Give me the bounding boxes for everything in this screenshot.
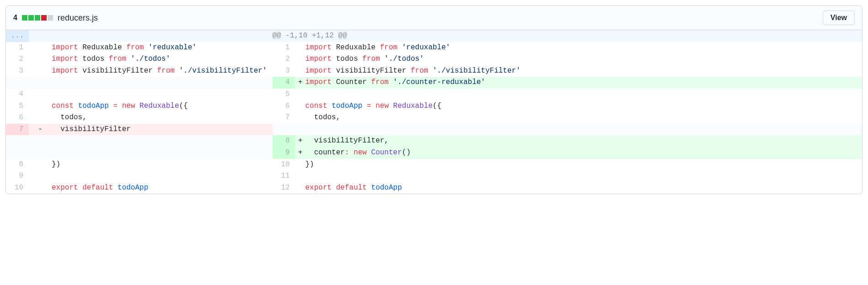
diff-marker-right: [295, 89, 305, 100]
diff-marker-left: [29, 53, 52, 65]
diff-marker-left: -: [29, 124, 52, 136]
line-number-left-old[interactable]: 1: [6, 42, 29, 54]
line-number-right-new[interactable]: 1: [273, 42, 295, 54]
line-number-right-new[interactable]: 12: [273, 182, 295, 194]
line-number-left-old[interactable]: [6, 77, 29, 89]
diff-marker-right: [295, 170, 305, 182]
hunk-text: @@ -1,10 +1,12 @@: [273, 30, 863, 42]
diff-marker-right: [295, 65, 305, 77]
code-left[interactable]: todos,: [52, 112, 273, 124]
code-left[interactable]: import Reduxable from 'reduxable': [52, 42, 273, 54]
code-right[interactable]: counter: new Counter(): [305, 147, 863, 159]
diff-row: 3import visibilityFilter from './visibil…: [6, 65, 862, 77]
diff-marker-left: [29, 159, 52, 171]
line-number-right-new[interactable]: 7: [273, 112, 295, 124]
code-right[interactable]: todos,: [305, 112, 863, 124]
line-number-right-new[interactable]: 4: [273, 77, 295, 89]
filename[interactable]: reducers.js: [58, 13, 98, 23]
diff-marker-left: [29, 65, 52, 77]
line-number-right-new[interactable]: 2: [273, 53, 295, 65]
hunk-num-blank: [29, 30, 52, 42]
line-number-right-new[interactable]: 9: [273, 147, 295, 159]
diff-marker-right: [295, 100, 305, 112]
diffstat-square: [35, 15, 40, 21]
line-number-left-old[interactable]: 5: [6, 100, 29, 112]
code-left[interactable]: [52, 135, 273, 147]
code-left[interactable]: export default todoApp: [52, 182, 273, 194]
line-number-left-old[interactable]: 7: [6, 124, 29, 136]
diff-marker-left: [29, 182, 52, 194]
diff-marker-right: [295, 182, 305, 194]
line-number-left-old[interactable]: 9: [6, 170, 29, 182]
diff-row: 7- visibilityFilter: [6, 124, 862, 136]
code-right[interactable]: import todos from './todos': [305, 53, 863, 65]
line-number-right-new[interactable]: 11: [273, 170, 295, 182]
diff-row: 4+import Counter from './counter-reduxab…: [6, 77, 862, 89]
hunk-marker: [52, 30, 273, 42]
diff-marker-right: [295, 42, 305, 54]
line-number-right-new[interactable]: [273, 124, 295, 136]
line-number-left-old[interactable]: [6, 135, 29, 147]
change-count: 4: [13, 14, 17, 22]
line-number-left-old[interactable]: [6, 147, 29, 159]
line-number-left-old[interactable]: 8: [6, 159, 29, 171]
code-right[interactable]: visibilityFilter,: [305, 135, 863, 147]
line-number-left-old[interactable]: 6: [6, 112, 29, 124]
code-right[interactable]: import Reduxable from 'reduxable': [305, 42, 863, 54]
code-right[interactable]: import visibilityFilter from './visibili…: [305, 65, 863, 77]
code-right[interactable]: [305, 170, 863, 182]
line-number-left-old[interactable]: 2: [6, 53, 29, 65]
line-number-right-new[interactable]: 10: [273, 159, 295, 171]
diff-marker-left: [29, 112, 52, 124]
code-left[interactable]: [52, 170, 273, 182]
diff-marker-right: [295, 124, 305, 136]
diff-row: 9+ counter: new Counter(): [6, 147, 862, 159]
code-left[interactable]: [52, 89, 273, 100]
diff-row: 10export default todoApp12export default…: [6, 182, 862, 194]
diff-marker-right: +: [295, 77, 305, 89]
line-number-left-old[interactable]: 3: [6, 65, 29, 77]
code-left[interactable]: }): [52, 159, 273, 171]
file-header: 4 reducers.js View: [6, 6, 862, 30]
code-right[interactable]: import Counter from './counter-reduxable…: [305, 77, 863, 89]
diff-marker-left: [29, 77, 52, 89]
code-left[interactable]: const todoApp = new Reduxable({: [52, 100, 273, 112]
diff-row: 911: [6, 170, 862, 182]
diff-marker-right: +: [295, 147, 305, 159]
code-right[interactable]: [305, 89, 863, 100]
diff-row: 5const todoApp = new Reduxable({6const t…: [6, 100, 862, 112]
line-number-right-new[interactable]: 3: [273, 65, 295, 77]
diffstat-square: [22, 15, 27, 21]
expand-icon[interactable]: ...: [6, 30, 29, 42]
diff-row: 8+ visibilityFilter,: [6, 135, 862, 147]
line-number-left-old[interactable]: 4: [6, 89, 29, 100]
line-number-left-old[interactable]: 10: [6, 182, 29, 194]
diff-marker-right: +: [295, 135, 305, 147]
code-left[interactable]: visibilityFilter: [52, 124, 273, 136]
code-right[interactable]: [305, 124, 863, 136]
diff-marker-left: [29, 89, 52, 100]
code-right[interactable]: }): [305, 159, 863, 171]
diff-row: 6 todos,7 todos,: [6, 112, 862, 124]
diff-marker-left: [29, 42, 52, 54]
code-left[interactable]: import todos from './todos': [52, 53, 273, 65]
code-right[interactable]: const todoApp = new Reduxable({: [305, 100, 863, 112]
view-button[interactable]: View: [823, 11, 855, 25]
line-number-right-new[interactable]: 8: [273, 135, 295, 147]
code-right[interactable]: export default todoApp: [305, 182, 863, 194]
line-number-right-new[interactable]: 6: [273, 100, 295, 112]
diff-file: 4 reducers.js View ... @@ -1,10 +1,12 @@…: [5, 5, 863, 194]
diff-marker-left: [29, 135, 52, 147]
diffstat-square: [48, 15, 53, 21]
diff-row: 2import todos from './todos'2import todo…: [6, 53, 862, 65]
diff-row: 8})10}): [6, 159, 862, 171]
diff-marker-right: [295, 159, 305, 171]
line-number-right-new[interactable]: 5: [273, 89, 295, 100]
diff-table: ... @@ -1,10 +1,12 @@ 1import Reduxable …: [6, 30, 862, 194]
code-left[interactable]: [52, 77, 273, 89]
diff-row: 1import Reduxable from 'reduxable'1impor…: [6, 42, 862, 54]
file-header-left: 4 reducers.js: [13, 13, 98, 23]
code-left[interactable]: import visibilityFilter from './visibili…: [52, 65, 273, 77]
code-left[interactable]: [52, 147, 273, 159]
diff-row: 45: [6, 89, 862, 100]
